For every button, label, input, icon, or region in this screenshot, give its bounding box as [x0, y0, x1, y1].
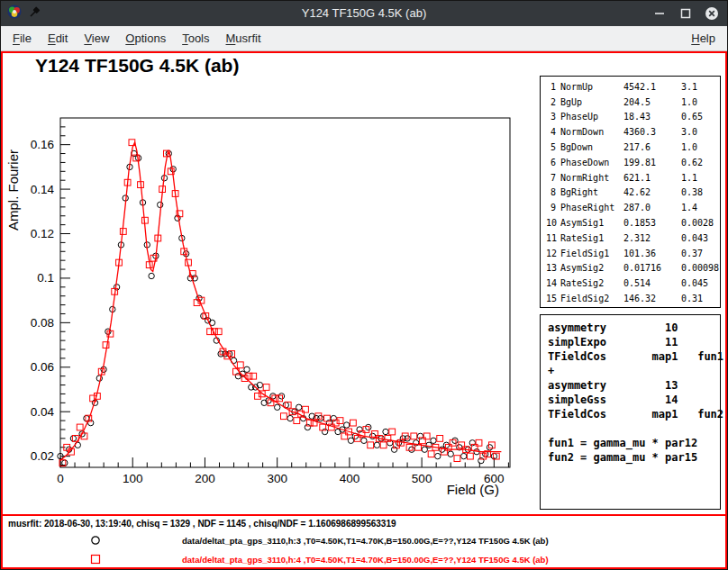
param-row: 3PhaseUp18.430.65 — [546, 110, 720, 125]
param-row: 7NormRight621.11.1 — [546, 170, 720, 185]
menubar: FileEditViewOptionsToolsMusrfit Help — [1, 26, 727, 51]
musrview-window: Y124 TF150G 4.5K (ab) FileEditViewOption… — [0, 0, 728, 570]
svg-text:200: 200 — [195, 472, 215, 485]
series-squares — [59, 140, 499, 466]
fit-stats: musrfit: 2018-06-30, 13:19:40, chisq = 1… — [8, 519, 396, 529]
theory-line: asymmetry 10 — [548, 321, 720, 335]
svg-text:400: 400 — [340, 472, 360, 485]
menu-item-edit[interactable]: Edit — [40, 26, 76, 50]
param-row: 11RateSig12.3120.043 — [546, 231, 720, 246]
param-row: 12FieldSig1101.360.37 — [546, 246, 720, 261]
legend-item: data/deltat_pta_gps_3110,h:4 ,T0=4.50K,T… — [3, 553, 725, 566]
svg-text:0.14: 0.14 — [31, 183, 55, 196]
param-row: 13AsymSig20.017160.00098 — [546, 261, 720, 276]
param-row: 8BgRight42.620.38 — [546, 185, 720, 201]
window-title: Y124 TF150G 4.5K (ab) — [1, 1, 727, 26]
legend-marker-square — [89, 553, 102, 565]
series-circles — [58, 150, 497, 466]
menu-item-tools[interactable]: Tools — [174, 26, 217, 50]
svg-text:0.04: 0.04 — [31, 405, 55, 419]
svg-text:Field (G): Field (G) — [447, 482, 499, 497]
menu-item-help[interactable]: Help — [683, 26, 723, 50]
param-row: 5BgDown217.61.0 — [546, 140, 720, 155]
menu-item-options[interactable]: Options — [117, 26, 174, 50]
axes: 0.020.040.060.080.10.120.140.16010020030… — [5, 118, 510, 497]
svg-text:0.12: 0.12 — [31, 227, 54, 240]
legend-label: data/deltat_pta_gps_3110,h:3 ,T0=4.50K,T… — [182, 536, 549, 546]
param-row: 9PhaseRight287.01.4 — [546, 200, 720, 215]
titlebar[interactable]: Y124 TF150G 4.5K (ab) — [1, 1, 727, 26]
root-canvas[interactable]: Y124 TF150G 4.5K (ab) 0.020.040.060.080.… — [1, 51, 727, 569]
parameter-box: 1NormUp4542.13.12BgUp204.51.03PhaseUp18.… — [540, 76, 721, 308]
theory-box: asymmetry 10simplExpo 11TFieldCos map1 f… — [540, 314, 721, 510]
minimize-button[interactable] — [652, 6, 667, 21]
close-button[interactable] — [705, 6, 719, 21]
svg-text:0.06: 0.06 — [31, 360, 54, 374]
svg-text:0: 0 — [57, 472, 64, 485]
param-row: 2BgUp204.51.0 — [546, 95, 720, 110]
svg-text:0.08: 0.08 — [31, 316, 54, 330]
theory-line — [548, 421, 720, 436]
theory-line: asymmetry 13 — [548, 378, 720, 393]
param-row: 10AsymSig10.18530.0028 — [546, 215, 720, 231]
theory-line: fun1 = gamma_mu * par12 — [548, 436, 720, 450]
legend-item: data/deltat_pta_gps_3110,h:3 ,T0=4.50K,T… — [3, 534, 725, 547]
fourier-chart[interactable]: 0.020.040.060.080.10.120.140.16010020030… — [3, 78, 543, 509]
svg-text:Ampl. Fourier: Ampl. Fourier — [5, 149, 21, 231]
menu-item-file[interactable]: File — [5, 26, 40, 50]
svg-text:500: 500 — [412, 472, 432, 485]
theory-line: fun2 = gamma_mu * par15 — [548, 450, 720, 465]
svg-text:100: 100 — [123, 472, 143, 485]
theory-line: TFieldCos map1 fun2 — [548, 407, 720, 421]
svg-text:0.16: 0.16 — [31, 138, 54, 151]
menu-item-view[interactable]: View — [76, 26, 117, 50]
theory-line: TFieldCos map1 fun1 — [548, 349, 720, 364]
param-row: 14RateSig20.5140.045 — [546, 276, 720, 291]
theory-line: + — [548, 364, 720, 378]
svg-text:300: 300 — [267, 472, 287, 485]
svg-text:0.02: 0.02 — [31, 449, 54, 463]
maximize-button[interactable] — [678, 6, 693, 21]
theory-line: simpleGss 14 — [548, 393, 720, 407]
param-row: 6PhaseDown199.810.62 — [546, 155, 720, 170]
pad-separator — [3, 514, 725, 516]
svg-text:0.1: 0.1 — [37, 271, 54, 285]
menu-item-musrfit[interactable]: Musrfit — [218, 26, 269, 50]
param-row: 4NormDown4360.33.0 — [546, 124, 720, 140]
theory-line: simplExpo 11 — [548, 335, 720, 349]
param-row: 15FieldSig2146.320.31 — [546, 291, 720, 306]
plot-title: Y124 TF150G 4.5K (ab) — [35, 55, 239, 77]
legend-marker-circle — [89, 534, 102, 547]
param-row: 1NormUp4542.13.1 — [546, 79, 720, 95]
legend-label: data/deltat_pta_gps_3110,h:4 ,T0=4.50K,T… — [182, 555, 549, 565]
